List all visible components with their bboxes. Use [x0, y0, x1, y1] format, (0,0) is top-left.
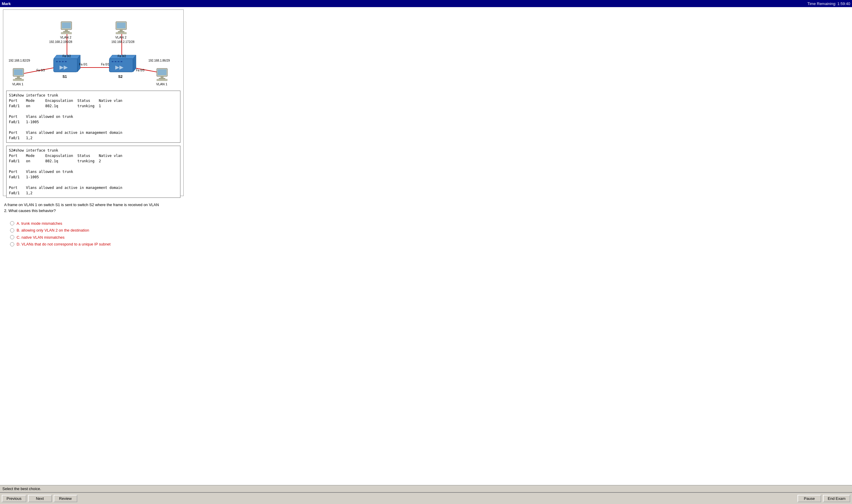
end-exam-button[interactable]: End Exam: [823, 495, 850, 502]
main-content: VLAN 2 192.168.2.190/28 VLAN 2 192.168.2…: [0, 7, 852, 485]
radio-b[interactable]: [10, 228, 14, 232]
svg-rect-22: [161, 76, 163, 78]
svg-rect-13: [118, 31, 124, 32]
s2-label: S2: [118, 75, 123, 79]
question-area: A frame on VLAN 1 on switch S1 is sent t…: [3, 200, 849, 250]
svg-text:▶▶: ▶▶: [115, 64, 124, 70]
vlan1-right-label: VLAN 1: [156, 82, 167, 86]
ip3-label: 192.168.1.82/29: [8, 59, 30, 62]
right-buttons: Pause End Exam: [798, 495, 850, 502]
choice-d-text: D. VLANs that do not correspond to a uni…: [17, 241, 110, 247]
question-text: A frame on VLAN 1 on switch S1 is sent t…: [4, 202, 848, 214]
choice-d[interactable]: D. VLANs that do not correspond to a uni…: [10, 241, 842, 247]
fa02-s2-label: Fa 0/2: [118, 54, 126, 58]
fa01-s2-left-label: Fa 0/1: [101, 63, 110, 66]
svg-rect-39: [121, 61, 122, 62]
svg-rect-31: [65, 61, 67, 62]
bottom-bar: Previous Next Review Pause End Exam: [0, 492, 852, 504]
radio-d[interactable]: [10, 242, 14, 246]
svg-rect-23: [159, 78, 165, 79]
radio-c[interactable]: [10, 235, 14, 239]
vlan2-left-label: VLAN 2: [60, 36, 71, 39]
svg-rect-19: [13, 79, 24, 81]
choice-b[interactable]: B. allowing only VLAN 2 on the destinati…: [10, 228, 842, 233]
network-svg: VLAN 2 192.168.2.190/28 VLAN 2 192.168.2…: [3, 10, 184, 90]
s2-console-content: S2#show interface trunk Port Mode Encaps…: [9, 148, 178, 196]
vlan1-left-label: VLAN 1: [12, 82, 23, 86]
svg-rect-36: [112, 61, 113, 62]
pause-button[interactable]: Pause: [798, 495, 821, 502]
svg-rect-21: [158, 69, 166, 75]
svg-rect-17: [17, 76, 20, 78]
svg-rect-30: [62, 61, 64, 62]
svg-rect-11: [117, 22, 126, 29]
next-button[interactable]: Next: [28, 495, 52, 502]
vlan2-right-label: VLAN 2: [115, 36, 126, 39]
fa02-s1-label: Fa 0/2: [63, 54, 71, 58]
status-bar: Select the best choice.: [0, 485, 852, 492]
fa01-s1-right-label: Fa 0/1: [79, 63, 88, 66]
previous-button[interactable]: Previous: [2, 495, 26, 502]
title-bar-title: Mark: [2, 1, 11, 6]
svg-rect-9: [61, 32, 72, 34]
ip2-label: 192.168.2.172/28: [111, 40, 135, 43]
svg-rect-16: [14, 69, 23, 75]
svg-rect-14: [116, 32, 126, 34]
status-text: Select the best choice.: [2, 487, 41, 491]
svg-rect-7: [65, 30, 68, 31]
s1-label: S1: [63, 75, 67, 79]
title-bar: Mark Time Remaining: 1:59:40: [0, 0, 852, 7]
svg-rect-37: [114, 61, 117, 62]
app-title: Mark: [2, 1, 11, 6]
svg-rect-8: [63, 31, 70, 32]
svg-rect-12: [120, 30, 123, 31]
choice-a-text: A. trunk mode mismatches: [17, 221, 62, 227]
review-button[interactable]: Review: [54, 495, 77, 502]
ip1-label: 192.168.2.190/28: [49, 40, 72, 43]
fa03-s2-label: Fa 0/3: [136, 69, 145, 72]
svg-text:▶▶: ▶▶: [59, 64, 68, 70]
svg-rect-18: [15, 78, 22, 79]
s1-console-content: S1#show interface trunk Port Mode Encaps…: [9, 93, 178, 141]
choice-a[interactable]: A. trunk mode mismatches: [10, 221, 842, 227]
choice-c[interactable]: C. native VLAN mismatches: [10, 235, 842, 240]
svg-rect-6: [62, 22, 71, 29]
s2-console: S2#show interface trunk Port Mode Encaps…: [6, 146, 180, 198]
ip4-label: 192.168.1.86/29: [148, 59, 170, 62]
fa03-s1-label: Fa 0/3: [36, 69, 45, 72]
svg-rect-29: [59, 61, 61, 62]
choice-b-text: B. allowing only VLAN 2 on the destinati…: [17, 228, 89, 233]
svg-rect-24: [157, 79, 167, 81]
network-diagram: VLAN 2 192.168.2.190/28 VLAN 2 192.168.2…: [3, 10, 184, 196]
time-remaining: Time Remaining: 1:59:40: [807, 1, 850, 6]
choice-c-text: C. native VLAN mismatches: [17, 235, 65, 240]
svg-rect-38: [118, 61, 119, 62]
radio-a[interactable]: [10, 221, 14, 226]
s1-console: S1#show interface trunk Port Mode Encaps…: [6, 91, 180, 143]
svg-rect-28: [56, 61, 58, 62]
